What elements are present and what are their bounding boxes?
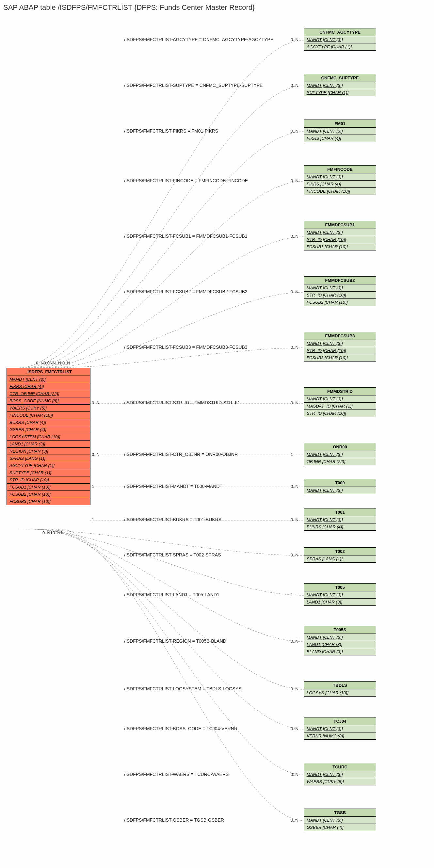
page-title: SAP ABAP table /ISDFPS/FMFCTRLIST {DFPS:… <box>3 3 434 12</box>
relationship-label: /ISDFPS/FMFCTRLIST-FCSUB2 = FMMDFCSUB2-F… <box>124 289 248 294</box>
cardinality-right: 0..N <box>291 83 299 88</box>
relationship-label: /ISDFPS/FMFCTRLIST-MANDT = T000-MANDT <box>124 484 222 489</box>
main-entity-field: FINCODE [CHAR (10)] <box>7 412 90 419</box>
ref-entity-field: OBJNR [CHAR (22)] <box>304 458 376 465</box>
ref-entity-table: CNFMC_SUPTYPEMANDT [CLNT (3)]SUPTYPE [CH… <box>304 74 376 96</box>
diagram-canvas: _ISDFPS_FMFCTRLIST MANDT [CLNT (3)]FIKRS… <box>3 15 431 864</box>
cardinality-right: 0..N <box>291 129 299 133</box>
cardinality-right: 0..N <box>291 234 299 239</box>
ref-entity-field: STR_ID [CHAR (10)] <box>304 291 376 299</box>
relationship-label: /ISDFPS/FMFCTRLIST-SUPTYPE = CNFMC_SUPTY… <box>124 83 262 88</box>
ref-entity-header: FMMDFCSUB1 <box>304 221 376 229</box>
relationship-label: /ISDFPS/FMFCTRLIST-FIKRS = FM01-FIKRS <box>124 128 218 133</box>
ref-entity-header: FM01 <box>304 120 376 128</box>
ref-entity-table: T000MANDT [CLNT (3)] <box>304 479 376 494</box>
relationship-label: /ISDFPS/FMFCTRLIST-BOSS_CODE = TCJ04-VER… <box>124 726 238 731</box>
main-entity-field: FIKRS [CHAR (4)] <box>7 383 90 390</box>
ref-entity-field: MANDT [CLNT (3)] <box>304 36 376 43</box>
main-entity-field: LAND1 [CHAR (3)] <box>7 440 90 448</box>
ref-entity-field: MANDT [CLNT (3)] <box>304 174 376 181</box>
ref-entity-table: FM01MANDT [CLNT (3)]FIKRS [CHAR (4)] <box>304 120 376 142</box>
main-entity-field: BOSS_CODE [NUMC (8)] <box>7 397 90 405</box>
ref-entity-field: MANDT [CLNT (3)] <box>304 725 376 733</box>
ref-entity-header: FMMDSTRID <box>304 388 376 396</box>
ref-entity-header: T001 <box>304 508 376 516</box>
ref-entity-field: LAND1 [CHAR (3)] <box>304 641 376 648</box>
main-entity-field: GSBER [CHAR (4)] <box>7 426 90 433</box>
ref-entity-header: TBDLS <box>304 682 376 689</box>
main-entity-field: AGCYTYPE [CHAR (1)] <box>7 462 90 469</box>
ref-entity-field: BLAND [CHAR (3)] <box>304 648 376 655</box>
ref-entity-field: MANDT [CLNT (3)] <box>304 128 376 135</box>
ref-entity-table: FMMDSTRIDMANDT [CLNT (3)]MASDAT_ID [CHAR… <box>304 387 376 417</box>
ref-entity-header: TCURC <box>304 763 376 771</box>
ref-entity-header: ONR00 <box>304 443 376 451</box>
main-entity-field: LOGSYSTEM [CHAR (10)] <box>7 433 90 440</box>
ref-entity-field: FCSUB3 [CHAR (10)] <box>304 354 376 361</box>
ref-entity-table: T005SMANDT [CLNT (3)]LAND1 [CHAR (3)]BLA… <box>304 626 376 655</box>
ref-entity-field: FCSUB2 [CHAR (10)] <box>304 299 376 306</box>
ref-entity-field: SUPTYPE [CHAR (1)] <box>304 89 376 96</box>
relationship-label: /ISDFPS/FMFCTRLIST-FCSUB3 = FMMDFCSUB3-F… <box>124 344 248 350</box>
main-entity-field: SPRAS [LANG (1)] <box>7 455 90 462</box>
ref-entity-field: FIKRS [CHAR (4)] <box>304 181 376 188</box>
ref-entity-field: FCSUB1 [CHAR (10)] <box>304 243 376 250</box>
ref-entity-field: BUKRS [CHAR (4)] <box>304 524 376 530</box>
main-entity-field: REGION [CHAR (3)] <box>7 448 90 455</box>
cardinality-right: 0..N <box>291 772 299 777</box>
relationship-label: /ISDFPS/FMFCTRLIST-CTR_OBJNR = ONR00-OBJ… <box>124 452 238 457</box>
ref-entity-field: FINCODE [CHAR (10)] <box>304 188 376 195</box>
cardinality-right: 0..N <box>291 484 299 489</box>
ref-entity-field: MANDT [CLNT (3)] <box>304 591 376 598</box>
ref-entity-table: TGSBMANDT [CLNT (3)]GSBER [CHAR (4)] <box>304 809 376 831</box>
main-entity-field: FCSUB2 [CHAR (10)] <box>7 491 90 498</box>
ref-entity-field: SPRAS [LANG (1)] <box>304 556 376 562</box>
ref-entity-field: MANDT [CLNT (3)] <box>304 82 376 89</box>
main-entity-field: FCSUB3 [CHAR (10)] <box>7 498 90 505</box>
ref-entity-field: MANDT [CLNT (3)] <box>304 487 376 494</box>
ref-entity-field: MANDT [CLNT (3)] <box>304 340 376 347</box>
relationship-label: /ISDFPS/FMFCTRLIST-REGION = T005S-BLAND <box>124 639 226 644</box>
relationship-label: /ISDFPS/FMFCTRLIST-STR_ID = FMMDSTRID-ST… <box>124 400 240 405</box>
cardinality-right: 0..N <box>291 178 299 183</box>
ref-entity-field: MANDT [CLNT (3)] <box>304 451 376 458</box>
ref-entity-header: T000 <box>304 479 376 487</box>
ref-entity-header: CNFMC_AGCYTYPE <box>304 28 376 36</box>
ref-entity-table: T002SPRAS [LANG (1)] <box>304 547 376 563</box>
cardinality-right: 0..N <box>291 37 299 42</box>
ref-entity-header: TGSB <box>304 809 376 817</box>
ref-entity-table: TCURCMANDT [CLNT (3)]WAERS [CUKY (5)] <box>304 763 376 785</box>
ref-entity-table: FMMDFCSUB2MANDT [CLNT (3)]STR_ID [CHAR (… <box>304 276 376 306</box>
relationship-label: /ISDFPS/FMFCTRLIST-LOGSYSTEM = TBDLS-LOG… <box>124 686 242 691</box>
cardinality-left: 0..N <box>92 452 100 457</box>
ref-entity-header: TCJ04 <box>304 717 376 725</box>
ref-entity-field: MANDT [CLNT (3)] <box>304 634 376 641</box>
cardinality-right: 0..N <box>291 726 299 731</box>
cardinality-right: 1 <box>291 452 293 457</box>
ref-entity-header: FMMDFCSUB3 <box>304 332 376 340</box>
ref-entity-field: LOGSYS [CHAR (10)] <box>304 689 376 696</box>
cardinality-right: 0..N <box>291 400 299 405</box>
ref-entity-field: STR_ID [CHAR (10)] <box>304 236 376 243</box>
main-entity-field: SUPTYPE [CHAR (1)] <box>7 469 90 476</box>
relationship-label: /ISDFPS/FMFCTRLIST-FCSUB1 = FMMDFCSUB1-F… <box>124 234 248 239</box>
ref-entity-field: MANDT [CLNT (3)] <box>304 817 376 824</box>
ref-entity-table: TBDLSLOGSYS [CHAR (10)] <box>304 681 376 696</box>
relationship-label: /ISDFPS/FMFCTRLIST-FINCODE = FMFINCODE-F… <box>124 178 248 183</box>
main-entity-table: _ISDFPS_FMFCTRLIST MANDT [CLNT (3)]FIKRS… <box>6 368 90 505</box>
ref-entity-header: T002 <box>304 548 376 556</box>
ref-entity-field: STR_ID [CHAR (10)] <box>304 410 376 417</box>
relationship-label: /ISDFPS/FMFCTRLIST-LAND1 = T005-LAND1 <box>124 592 219 597</box>
ref-entity-field: LAND1 [CHAR (3)] <box>304 598 376 606</box>
relationship-label: /ISDFPS/FMFCTRLIST-GSBER = TGSB-GSBER <box>124 817 224 823</box>
ref-entity-header: T005S <box>304 626 376 634</box>
ref-entity-table: T001MANDT [CLNT (3)]BUKRS [CHAR (4)] <box>304 508 376 531</box>
main-entity-field: STR_ID [CHAR (10)] <box>7 476 90 484</box>
ref-entity-field: MANDT [CLNT (3)] <box>304 229 376 236</box>
ref-entity-field: MANDT [CLNT (3)] <box>304 771 376 778</box>
ref-entity-field: STR_ID [CHAR (10)] <box>304 347 376 354</box>
cardinality-right: 0..N <box>291 517 299 522</box>
ref-entity-table: TCJ04MANDT [CLNT (3)]VERNR [NUMC (8)] <box>304 717 376 740</box>
ref-entity-header: T005 <box>304 584 376 591</box>
main-top-cardinalities: 0..N0.0NN..N 0..N <box>36 361 70 365</box>
